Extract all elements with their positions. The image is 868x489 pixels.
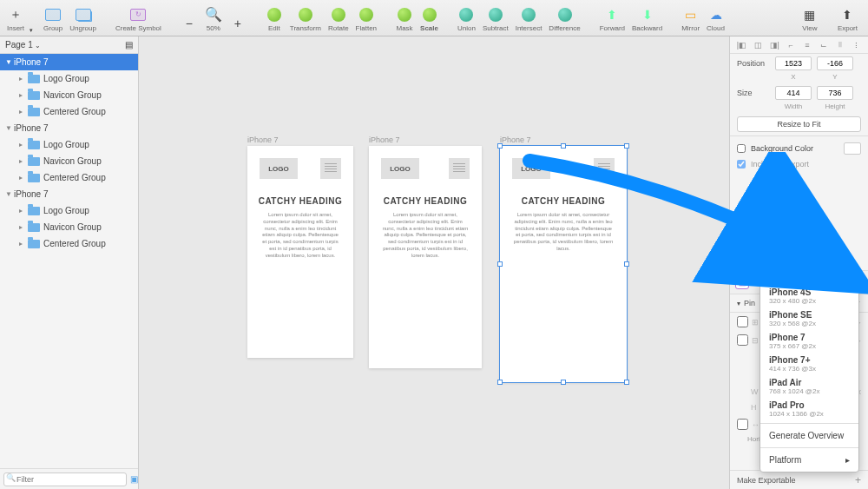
artboard-1[interactable]: LOGO CATCHY HEADING Lorem ipsum dolor si… — [247, 146, 353, 358]
align-row: |◧ ◫ ◨| ⌐ ≡ ⌙ ⫴ ⫶ — [730, 36, 868, 54]
cloud-button[interactable]: ☁Cloud — [703, 4, 728, 32]
mask-button[interactable]: Mask — [392, 4, 417, 32]
union-button[interactable]: Union — [454, 4, 479, 32]
device-preset-item[interactable]: iPad Air768 x 1024 @2x — [760, 375, 858, 398]
make-exportable[interactable]: Make Exportable+ — [730, 470, 868, 489]
artboard-label[interactable]: iPhone 7 — [369, 135, 400, 144]
device-preset-item[interactable]: iPad Pro1024 x 1366 @2x — [760, 398, 858, 420]
artboard-label[interactable]: iPhone 7 — [500, 135, 531, 144]
pos-y-input[interactable] — [817, 56, 853, 70]
flatten-button[interactable]: Flatten — [352, 4, 380, 32]
size-h-input[interactable] — [817, 86, 853, 100]
folder-icon — [28, 223, 40, 232]
page-selector[interactable]: Page 1 ⌄ ▤ — [0, 36, 138, 54]
zoom-out-button[interactable]: − — [177, 13, 201, 32]
layer-group[interactable]: ▸Centered Group — [0, 235, 138, 252]
export-icon: ⬆ — [838, 6, 856, 23]
subtract-icon — [487, 6, 504, 23]
body-text: Lorem ipsum dolor sit amet, consectetur … — [381, 212, 470, 260]
platform-submenu[interactable]: Platform▸ — [760, 451, 858, 469]
filter-input[interactable] — [3, 472, 127, 486]
view-icon: ▦ — [801, 6, 819, 23]
layer-group[interactable]: ▸Navicon Group — [0, 153, 138, 169]
device-preset-item[interactable]: iPhone SE320 x 568 @2x — [760, 307, 858, 330]
intersect-button[interactable]: Intersect — [512, 4, 546, 32]
align-check[interactable] — [737, 419, 748, 430]
page-list-icon[interactable]: ▤ — [125, 40, 133, 50]
bg-color-checkbox[interactable] — [737, 144, 746, 153]
forward-button[interactable]: ⬆Forward — [596, 4, 628, 32]
subtract-button[interactable]: Subtract — [479, 4, 512, 32]
union-icon — [457, 6, 475, 23]
layer-group[interactable]: ▸Navicon Group — [0, 219, 138, 235]
align-vcenter-icon[interactable]: ≡ — [801, 39, 813, 51]
include-export-checkbox[interactable] — [737, 160, 746, 169]
align-top-icon[interactable]: ⌐ — [785, 39, 797, 51]
selection-handle[interactable] — [561, 143, 566, 149]
selection-handle[interactable] — [624, 261, 629, 267]
sidebar-toggle-icon[interactable]: ▣ — [130, 473, 138, 486]
group-button[interactable]: Group — [40, 4, 66, 32]
align-right-icon[interactable]: ◨| — [768, 39, 780, 51]
selection-handle[interactable] — [561, 380, 566, 385]
layers-list: ▼ iPhone 7▸Logo Group▸Navicon Group▸Cent… — [0, 54, 138, 468]
generate-overview[interactable]: Generate Overview — [760, 426, 858, 445]
bg-color-swatch[interactable] — [844, 142, 861, 155]
layer-artboard[interactable]: ▼ iPhone 7 — [0, 120, 138, 136]
size-w-input[interactable] — [775, 86, 812, 100]
mirror-button[interactable]: ▭Mirror — [678, 4, 703, 32]
navicon-block — [320, 158, 341, 179]
ungroup-button[interactable]: Ungroup — [66, 4, 100, 32]
difference-button[interactable]: Difference — [545, 4, 583, 32]
plus-icon[interactable]: + — [855, 474, 861, 486]
device-preset-item[interactable]: iPhone 7375 x 667 @2x — [760, 330, 858, 353]
pos-x-input[interactable] — [775, 56, 812, 70]
backward-button[interactable]: ⬇Backward — [628, 4, 666, 32]
artboard-label[interactable]: iPhone 7 — [247, 135, 279, 144]
transform-button[interactable]: Transform — [286, 4, 325, 32]
zoom-indicator[interactable]: 🔍50% — [201, 4, 226, 32]
distribute-v-icon[interactable]: ⫶ — [851, 39, 863, 51]
pin-check-2[interactable] — [737, 334, 748, 346]
body-text: Lorem ipsum dolor sit amet, consectetur … — [260, 212, 341, 260]
layer-group[interactable]: ▸Logo Group — [0, 202, 138, 219]
sidebar-footer: ▣ ⎋ — [0, 468, 138, 489]
align-hcenter-icon[interactable]: ◫ — [752, 39, 764, 51]
insert-button[interactable]: ＋Insert — [3, 4, 28, 32]
create-symbol-button[interactable]: ↻Create Symbol — [112, 4, 165, 32]
folder-icon — [28, 157, 40, 166]
selection-handle[interactable] — [624, 143, 629, 149]
zoom-in-button[interactable]: + — [226, 13, 250, 32]
selection-handle[interactable] — [624, 380, 629, 385]
logo-block: LOGO — [512, 158, 550, 179]
rotate-button[interactable]: Rotate — [325, 4, 352, 32]
mirror-icon: ▭ — [682, 6, 700, 23]
export-button[interactable]: ⬆Export — [834, 4, 861, 32]
layer-group[interactable]: ▸Centered Group — [0, 103, 138, 120]
layer-group[interactable]: ▸Centered Group — [0, 169, 138, 186]
backward-icon: ⬇ — [639, 6, 656, 23]
layer-artboard[interactable]: ▼ iPhone 7 — [0, 186, 138, 202]
layer-group[interactable]: ▸Logo Group — [0, 70, 138, 87]
artboard-2[interactable]: LOGO CATCHY HEADING Lorem ipsum dolor si… — [369, 146, 482, 368]
artboard-3-selected[interactable]: LOGO CATCHY HEADING Lorem ipsum dolor si… — [500, 146, 627, 382]
navicon-block — [594, 158, 615, 179]
device-preset-item[interactable]: iPhone 4S320 x 480 @2x — [760, 285, 858, 307]
device-preset-item[interactable]: iPhone 7+414 x 736 @3x — [760, 353, 858, 375]
layer-artboard[interactable]: ▼ iPhone 7 — [0, 54, 138, 70]
selection-handle[interactable] — [497, 143, 503, 149]
scale-button[interactable]: Scale — [417, 4, 442, 32]
edit-button[interactable]: Edit — [262, 4, 286, 32]
symbol-icon: ↻ — [129, 6, 147, 23]
pin-check-1[interactable] — [737, 316, 748, 327]
canvas[interactable]: iPhone 7 LOGO CATCHY HEADING Lorem ipsum… — [139, 36, 729, 489]
align-bottom-icon[interactable]: ⌙ — [818, 39, 830, 51]
view-button[interactable]: ▦View — [798, 4, 822, 32]
layer-group[interactable]: ▸Navicon Group — [0, 87, 138, 103]
selection-handle[interactable] — [497, 261, 503, 267]
layer-group[interactable]: ▸Logo Group — [0, 136, 138, 153]
selection-handle[interactable] — [497, 380, 503, 385]
distribute-h-icon[interactable]: ⫴ — [834, 39, 846, 51]
align-left-icon[interactable]: |◧ — [735, 39, 747, 51]
resize-to-fit-button[interactable]: Resize to Fit — [737, 116, 861, 132]
